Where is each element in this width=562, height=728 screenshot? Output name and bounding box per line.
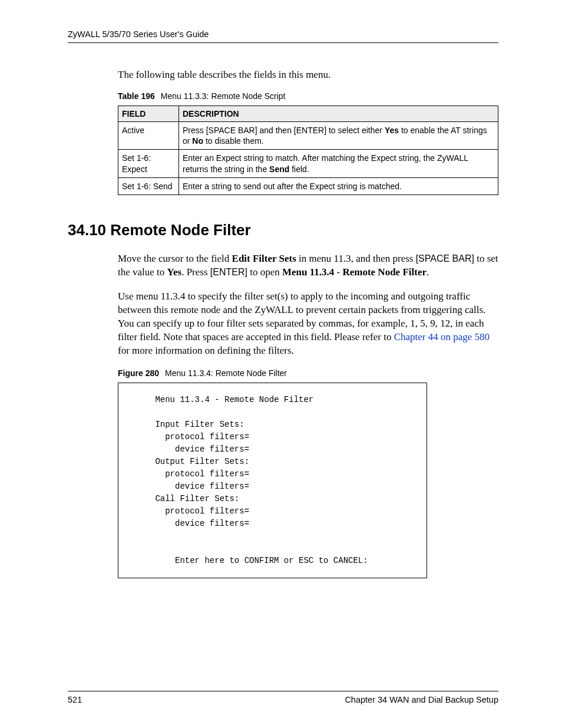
- text-bold: Send: [269, 164, 289, 174]
- page: ZyWALL 5/35/70 Series User's Guide The f…: [0, 0, 562, 728]
- text-key: [ENTER]: [210, 267, 247, 277]
- text-bold: Edit Filter Sets: [232, 253, 296, 264]
- text: -: [334, 266, 342, 278]
- text: . Press: [181, 266, 210, 278]
- text-bold: Remote Node Filter: [342, 266, 427, 278]
- page-header: ZyWALL 5/35/70 Series User's Guide: [68, 29, 498, 43]
- body-paragraph-1: Move the cursor to the field Edit Filter…: [68, 252, 498, 279]
- text: .: [427, 266, 429, 278]
- col-description: DESCRIPTION: [179, 106, 498, 122]
- section-heading: 34.10 Remote Node Filter: [68, 221, 498, 239]
- col-field: FIELD: [118, 106, 179, 122]
- table-caption-label: Table 196: [118, 91, 155, 101]
- menu-text: Menu 11.3.4 - Remote Node Filter Input F…: [125, 394, 419, 567]
- page-footer: 521 Chapter 34 WAN and Dial Backup Setup: [68, 691, 498, 704]
- cell-desc: Enter a string to send out after the Exp…: [179, 177, 498, 195]
- text-key: [SPACE BAR]: [416, 253, 474, 263]
- cell-field: Set 1-6: Send: [118, 177, 179, 195]
- cross-reference-link[interactable]: Chapter 44 on page 580: [394, 331, 490, 342]
- content-area: The following table describes the fields…: [68, 43, 498, 691]
- text: in menu 11.3, and then press: [296, 253, 416, 264]
- menu-box: Menu 11.3.4 - Remote Node Filter Input F…: [118, 383, 427, 578]
- intro-paragraph: The following table describes the fields…: [68, 69, 498, 81]
- text: Move the cursor to the field: [118, 253, 232, 264]
- page-number: 521: [68, 695, 82, 704]
- cell-field: Active: [118, 122, 179, 150]
- text-bold: Yes: [385, 126, 399, 135]
- text: Press [SPACE BAR] and then [ENTER] to se…: [183, 126, 385, 135]
- cell-desc: Press [SPACE BAR] and then [ENTER] to se…: [179, 122, 498, 150]
- table-row: Set 1-6: Expect Enter an Expect string t…: [118, 150, 498, 177]
- body-paragraph-2: Use menu 11.3.4 to specify the filter se…: [68, 290, 498, 358]
- text-bold: Yes: [167, 266, 182, 278]
- table-header-row: FIELD DESCRIPTION: [118, 106, 498, 122]
- text-bold: No: [192, 136, 203, 146]
- figure-caption-text: Menu 11.3.4: Remote Node Filter: [165, 368, 287, 378]
- table-caption: Table 196Menu 11.3.3: Remote Node Script: [68, 91, 498, 101]
- text: to disable them.: [203, 136, 264, 146]
- cell-desc: Enter an Expect string to match. After m…: [179, 150, 498, 177]
- table-row: Set 1-6: Send Enter a string to send out…: [118, 177, 498, 195]
- table-caption-text: Menu 11.3.3: Remote Node Script: [161, 91, 286, 101]
- figure-caption-label: Figure 280: [118, 368, 159, 378]
- text: field.: [289, 164, 309, 174]
- cell-field: Set 1-6: Expect: [118, 150, 179, 177]
- figure-caption: Figure 280Menu 11.3.4: Remote Node Filte…: [68, 368, 498, 378]
- fields-table: FIELD DESCRIPTION Active Press [SPACE BA…: [118, 106, 498, 195]
- text: Enter an Expect string to match. After m…: [183, 153, 468, 173]
- chapter-label: Chapter 34 WAN and Dial Backup Setup: [345, 695, 498, 704]
- text: for more information on defining the fil…: [118, 345, 294, 356]
- text: to open: [247, 266, 282, 278]
- text-bold: Menu 11.3.4: [282, 266, 334, 278]
- table-row: Active Press [SPACE BAR] and then [ENTER…: [118, 122, 498, 150]
